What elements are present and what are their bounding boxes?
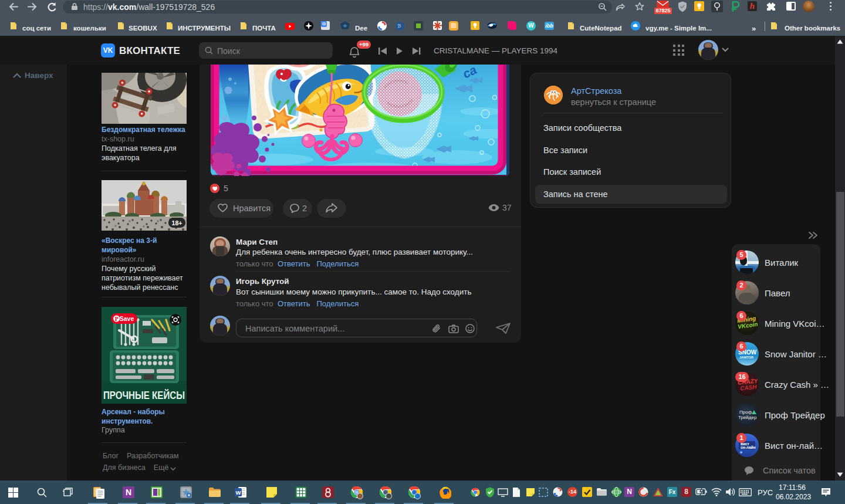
svg-text:18+: 18+: [172, 219, 182, 226]
svg-text:Save: Save: [120, 315, 134, 322]
svg-text:P: P: [115, 316, 119, 322]
svg-text:W: W: [236, 489, 241, 496]
svg-text:ПРОЧНЫЕ КЕЙСЫ: ПРОЧНЫЕ КЕЙСЫ: [103, 389, 185, 401]
